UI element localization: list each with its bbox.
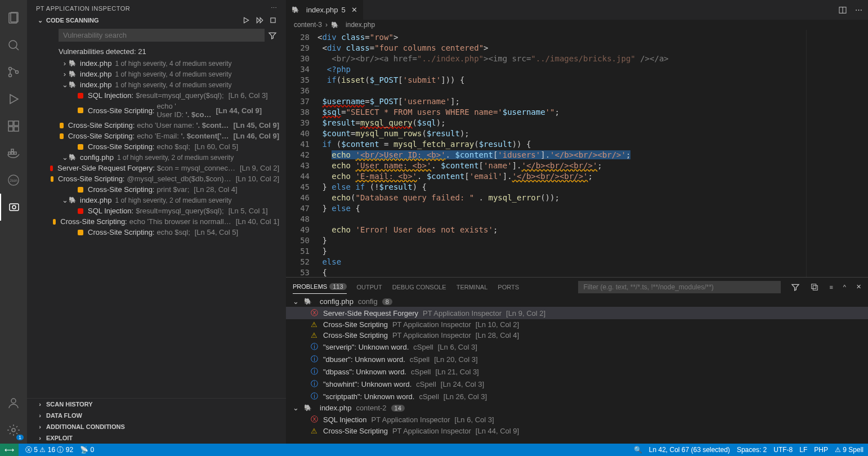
section-additional-conditions[interactable]: ›ADDITIONAL CONDITIONS <box>27 421 286 432</box>
svg-rect-21 <box>271 18 275 23</box>
file-row[interactable]: ›🐘index.php1 of high severity, 4 of medi… <box>27 58 286 69</box>
status-ports[interactable]: 📡 0 <box>80 446 94 454</box>
svg-line-3 <box>16 47 19 50</box>
vulnerability-item[interactable]: SQL Injection:$result=mysql_query($sql);… <box>27 90 286 101</box>
problem-item[interactable]: ⓘ"serverip": Unknown word.cSpell[Ln 6, C… <box>286 341 868 353</box>
problem-item[interactable]: ⓧSQL InjectionPT Application Inspector[L… <box>286 413 868 426</box>
vulnerability-item[interactable]: Cross-Site Scripting:echo 'This browser … <box>27 216 286 227</box>
section-scan-history[interactable]: ›SCAN HISTORY <box>27 399 286 410</box>
tab-index-php[interactable]: 🐘 index.php 5 ✕ <box>286 0 364 20</box>
editor-area: 🐘 index.php 5 ✕ ⋯ content-3› 🐘 index.php… <box>286 0 868 444</box>
extensions-icon[interactable] <box>0 113 27 140</box>
vulnerability-item[interactable]: Cross-Site Scripting:echo $sql;[Ln 60, C… <box>27 141 286 152</box>
problem-item[interactable]: ⚠Cross-Site ScriptingPT Application Insp… <box>286 319 868 330</box>
view-as-list-icon[interactable]: ≡ <box>829 284 833 290</box>
run-debug-icon[interactable] <box>0 86 27 113</box>
run-all-icon[interactable] <box>256 16 263 24</box>
status-encoding[interactable]: UTF-8 <box>773 446 793 454</box>
vulnerability-item[interactable]: Cross-Site Scripting:print $var;[Ln 28, … <box>27 184 286 195</box>
chevron-down-icon: ⌄ <box>36 17 44 24</box>
svg-rect-14 <box>11 149 14 151</box>
filter-icon[interactable] <box>268 29 277 42</box>
explorer-icon[interactable] <box>0 5 27 32</box>
file-row[interactable]: ⌄🐘index.php1 of high severity, 2 of medi… <box>27 195 286 205</box>
source-control-icon[interactable] <box>0 59 27 86</box>
status-language[interactable]: PHP <box>814 446 828 454</box>
problem-file-group[interactable]: ⌄🐘config.phpconfig8 <box>286 296 868 307</box>
problem-item[interactable]: ⓧServer-Side Request ForgeryPT Applicati… <box>286 307 868 319</box>
svg-rect-12 <box>11 152 14 154</box>
problem-item[interactable]: ⓘ"showhint": Unknown word.cSpell[Ln 24, … <box>286 378 868 390</box>
svg-rect-24 <box>812 284 816 288</box>
svg-text:Json: Json <box>10 178 17 182</box>
tab-debug-console[interactable]: DEBUG CONSOLE <box>392 280 446 294</box>
file-row[interactable]: ⌄🐘index.php1 of high severity, 4 of medi… <box>27 79 286 90</box>
vulnerability-search-input[interactable] <box>59 29 265 42</box>
file-row[interactable]: ⌄🐘config.php1 of high severity, 2 of med… <box>27 152 286 163</box>
vulnerability-item[interactable]: Server-Side Request Forgery:$con = mysql… <box>27 163 286 173</box>
svg-point-2 <box>9 41 17 48</box>
status-cursor-position[interactable]: Ln 42, Col 67 (63 selected) <box>649 446 730 454</box>
problem-item[interactable]: ⓘ"dbuser": Unknown word.cSpell[Ln 20, Co… <box>286 353 868 365</box>
svg-point-20 <box>12 428 15 432</box>
settings-gear-icon[interactable] <box>0 417 27 444</box>
section-data-flow[interactable]: ›DATA FLOW <box>27 410 286 421</box>
remote-indicator[interactable]: ⟷ <box>0 444 19 456</box>
section-exploit[interactable]: ›EXPLOIT <box>27 432 286 444</box>
split-editor-icon[interactable] <box>838 6 847 15</box>
status-spaces[interactable]: Spaces: 2 <box>737 446 767 454</box>
svg-point-5 <box>9 74 12 77</box>
problems-panel: PROBLEMS113 OUTPUT DEBUG CONSOLE TERMINA… <box>286 277 868 444</box>
status-eol[interactable]: LF <box>799 446 807 454</box>
svg-rect-17 <box>10 204 19 211</box>
svg-point-4 <box>9 68 12 70</box>
more-icon[interactable]: ⋯ <box>855 6 862 14</box>
docker-icon[interactable] <box>0 140 27 167</box>
editor-tabs: 🐘 index.php 5 ✕ ⋯ <box>286 0 868 20</box>
collapse-all-icon[interactable] <box>810 283 819 292</box>
vulnerability-item[interactable]: Cross-Site Scripting:@mysql_select_db($d… <box>27 173 286 184</box>
vulnerability-item[interactable]: SQL Injection:$result=mysql_query($sql);… <box>27 205 286 216</box>
maximize-panel-icon[interactable]: ^ <box>843 284 846 290</box>
tab-problems[interactable]: PROBLEMS113 <box>293 280 347 294</box>
vulnerability-item[interactable]: Cross-Site Scripting:echo 'User ID: '. $… <box>27 101 286 120</box>
stop-icon[interactable] <box>269 16 277 24</box>
pt-inspector-icon[interactable] <box>0 194 27 221</box>
status-spell[interactable]: ⚠ 9 Spell <box>835 446 863 454</box>
filter-icon[interactable] <box>791 283 800 292</box>
problem-item[interactable]: ⓘ"dbpass": Unknown word.cSpell[Ln 21, Co… <box>286 365 868 378</box>
status-bar: ⟷ ⓧ 5 ⚠ 16 ⓘ 92 📡 0 🔍 Ln 42, Col 67 (63 … <box>0 444 868 456</box>
vulnerability-tree: ›🐘index.php1 of high severity, 4 of medi… <box>27 58 286 398</box>
problem-item[interactable]: ⚠Cross-Site ScriptingPT Application Insp… <box>286 426 868 436</box>
problem-item[interactable]: ⚠Cross-Site ScriptingPT Application Insp… <box>286 330 868 341</box>
problem-item[interactable]: ⓘ"scriptpath": Unknown word.cSpell[Ln 26… <box>286 390 868 403</box>
close-icon[interactable]: ✕ <box>351 6 357 14</box>
svg-rect-10 <box>14 127 19 131</box>
status-feedback-icon[interactable]: 🔍 <box>634 446 642 454</box>
sidebar: PT APPLICATION INSPECTOR ⋯ ⌄ CODE SCANNI… <box>27 0 286 444</box>
run-icon[interactable] <box>242 16 250 24</box>
search-icon[interactable] <box>0 32 27 59</box>
minimap[interactable] <box>806 30 868 277</box>
tab-modified-badge: 5 <box>341 6 345 14</box>
vulnerability-item[interactable]: Cross-Site Scripting:echo 'User name: '.… <box>27 120 286 131</box>
svg-rect-7 <box>8 121 13 126</box>
tab-ports[interactable]: PORTS <box>498 280 519 294</box>
more-icon[interactable]: ⋯ <box>271 5 278 12</box>
close-panel-icon[interactable]: ✕ <box>856 283 861 290</box>
code-editor[interactable]: 2829303435363738394041424344454647484950… <box>286 30 868 277</box>
file-row[interactable]: ›🐘index.php1 of high severity, 4 of medi… <box>27 69 286 79</box>
vulnerability-item[interactable]: Cross-Site Scripting:echo 'E-mail: '. $c… <box>27 131 286 141</box>
json-icon[interactable]: Json <box>0 167 27 194</box>
problem-file-group[interactable]: ⌄🐘index.phpcontent-214 <box>286 403 868 413</box>
section-code-scanning[interactable]: ⌄ CODE SCANNING <box>27 14 286 26</box>
problems-filter-input[interactable] <box>578 281 781 293</box>
accounts-icon[interactable] <box>0 390 27 417</box>
tab-output[interactable]: OUTPUT <box>357 280 382 294</box>
svg-point-18 <box>12 205 16 209</box>
activity-bar: Json <box>0 0 27 444</box>
tab-terminal[interactable]: TERMINAL <box>457 280 488 294</box>
vulnerability-item[interactable]: Cross-Site Scripting:echo $sql;[Ln 54, C… <box>27 227 286 238</box>
status-problems[interactable]: ⓧ 5 ⚠ 16 ⓘ 92 <box>25 445 73 455</box>
breadcrumb[interactable]: content-3› 🐘 index.php <box>286 20 868 30</box>
